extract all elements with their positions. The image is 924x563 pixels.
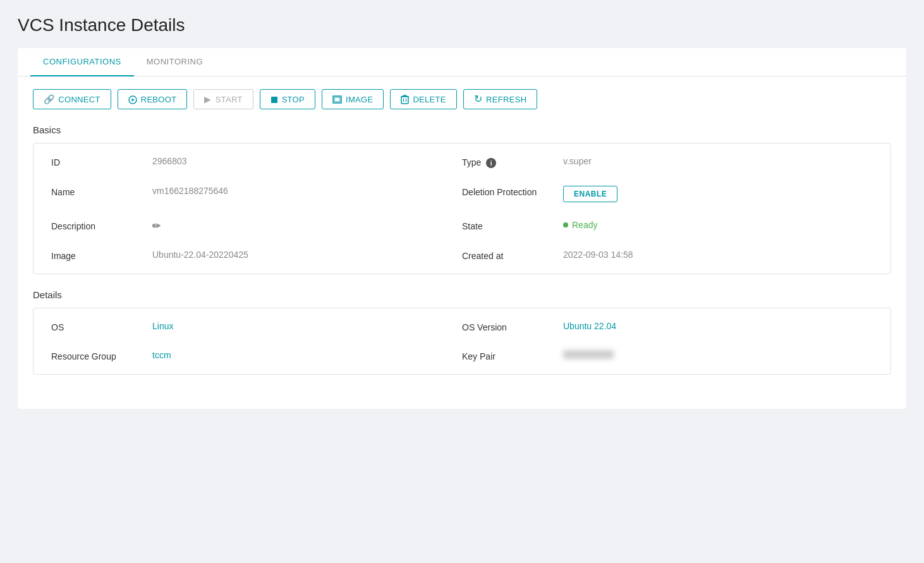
key-pair-field: Key Pair	[462, 350, 873, 361]
image-field: Image Ubuntu-22.04-20220425	[51, 250, 462, 261]
refresh-icon: ↻	[474, 94, 482, 104]
start-label: START	[216, 95, 243, 104]
connect-icon: 🔗	[44, 95, 54, 104]
image-icon	[332, 95, 342, 104]
resource-group-label: Resource Group	[51, 350, 152, 361]
main-content: 🔗 CONNECT REBOOT ▶ START	[18, 76, 906, 409]
image-button[interactable]: IMAGE	[322, 89, 384, 109]
image-label: IMAGE	[346, 95, 373, 104]
image-value: Ubuntu-22.04-20220425	[152, 250, 248, 260]
deletion-protection-field: Deletion Protection ENABLE	[462, 186, 873, 202]
start-button[interactable]: ▶ START	[193, 89, 253, 109]
edit-description-icon[interactable]: ✏	[152, 220, 161, 232]
id-value: 2966803	[152, 156, 187, 166]
details-grid: OS Linux OS Version Ubuntu 22.04 Resourc…	[51, 321, 873, 361]
reboot-button[interactable]: REBOOT	[118, 89, 188, 109]
enable-button[interactable]: ENABLE	[563, 186, 617, 202]
type-value: v.super	[563, 156, 592, 166]
tabs-bar: CONFIGURATIONS MONITORING	[18, 48, 906, 76]
os-version-value[interactable]: Ubuntu 22.04	[563, 321, 616, 331]
description-label: Description	[51, 220, 152, 231]
created-at-label: Created at	[462, 250, 563, 261]
details-card: OS Linux OS Version Ubuntu 22.04 Resourc…	[33, 308, 891, 375]
created-at-value: 2022-09-03 14:58	[563, 250, 633, 260]
state-dot	[563, 222, 568, 227]
type-label: Type i	[462, 156, 563, 168]
refresh-button[interactable]: ↻ REFRESH	[463, 89, 538, 109]
resource-group-field: Resource Group tccm	[51, 350, 462, 361]
page-title: VCS Instance Details	[18, 15, 906, 35]
stop-label: STOP	[282, 95, 305, 104]
reboot-icon	[128, 94, 137, 104]
id-label: ID	[51, 156, 152, 167]
resource-group-value[interactable]: tccm	[152, 350, 171, 360]
image-label: Image	[51, 250, 152, 261]
reboot-label: REBOOT	[141, 95, 177, 104]
id-field: ID 2966803	[51, 156, 462, 168]
type-info-icon[interactable]: i	[486, 158, 496, 168]
key-pair-value	[563, 350, 614, 359]
svg-rect-5	[401, 97, 408, 104]
os-field: OS Linux	[51, 321, 462, 332]
os-version-field: OS Version Ubuntu 22.04	[462, 321, 873, 332]
key-pair-label: Key Pair	[462, 350, 563, 361]
tab-monitoring[interactable]: MONITORING	[134, 48, 216, 76]
connect-label: CONNECT	[58, 95, 100, 104]
created-at-field: Created at 2022-09-03 14:58	[462, 250, 873, 261]
basics-section-title: Basics	[33, 124, 891, 135]
deletion-protection-label: Deletion Protection	[462, 186, 563, 197]
name-value: vm1662188275646	[152, 186, 228, 196]
page-container: VCS Instance Details CONFIGURATIONS MONI…	[0, 0, 924, 424]
stop-icon	[271, 95, 278, 104]
start-icon: ▶	[204, 95, 211, 104]
os-label: OS	[51, 321, 152, 332]
connect-button[interactable]: 🔗 CONNECT	[33, 89, 111, 109]
delete-button[interactable]: DELETE	[390, 89, 456, 109]
type-field: Type i v.super	[462, 156, 873, 168]
svg-rect-4	[334, 97, 340, 102]
os-version-label: OS Version	[462, 321, 563, 332]
delete-icon	[401, 94, 409, 104]
svg-rect-2	[271, 97, 277, 103]
toolbar: 🔗 CONNECT REBOOT ▶ START	[33, 89, 891, 109]
details-section-title: Details	[33, 289, 891, 300]
refresh-label: REFRESH	[486, 95, 526, 104]
tab-configurations[interactable]: CONFIGURATIONS	[30, 48, 134, 76]
delete-label: DELETE	[413, 95, 446, 104]
stop-button[interactable]: STOP	[260, 89, 315, 109]
description-field: Description ✏	[51, 220, 462, 232]
state-field: State Ready	[462, 220, 873, 232]
name-label: Name	[51, 186, 152, 197]
os-value[interactable]: Linux	[152, 321, 173, 331]
name-field: Name vm1662188275646	[51, 186, 462, 202]
state-label: State	[462, 220, 563, 231]
basics-grid: ID 2966803 Type i v.super Name vm1662188…	[51, 156, 873, 261]
state-value: Ready	[563, 220, 597, 230]
basics-card: ID 2966803 Type i v.super Name vm1662188…	[33, 143, 891, 274]
svg-marker-1	[131, 98, 135, 101]
